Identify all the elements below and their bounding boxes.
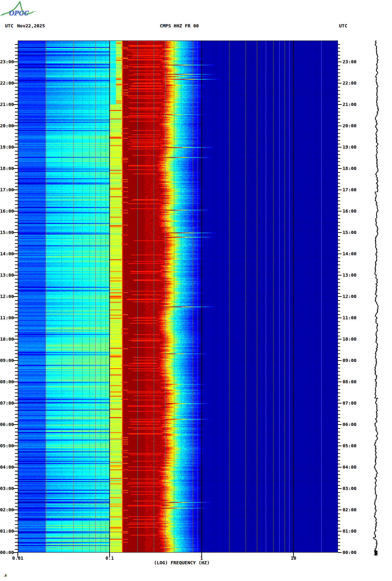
time-tick-left-minor [15, 417, 18, 418]
time-label-right: 04:00 [343, 465, 360, 470]
time-tick-right-minor [338, 485, 340, 486]
time-tick-right-minor [338, 197, 340, 198]
time-tick-right-minor [338, 101, 340, 102]
time-tick-left-minor [15, 432, 18, 432]
time-tick-left-minor [15, 503, 18, 503]
time-tick-right-minor [338, 69, 340, 70]
time-tick-left-minor [15, 55, 18, 55]
time-tick-left-minor [15, 240, 18, 240]
time-tick-right-minor [338, 517, 340, 518]
time-label-left: 08:00 [0, 379, 14, 384]
time-tick-right-minor [338, 496, 340, 496]
time-tick-right-major [338, 211, 341, 212]
time-tick-right-minor [338, 161, 340, 162]
time-tick-right-minor [338, 268, 340, 269]
time-tick-right-minor [338, 286, 340, 287]
time-tick-left-minor [15, 186, 18, 187]
time-tick-right-minor [338, 179, 340, 180]
time-tick-left-minor [15, 90, 18, 91]
time-tick-right-major [338, 62, 341, 62]
time-tick-left-minor [15, 535, 18, 535]
time-tick-right-minor [338, 521, 340, 521]
spectrogram-canvas [18, 41, 338, 553]
time-tick-right-minor [338, 410, 340, 411]
time-tick-right-minor [338, 353, 340, 354]
time-tick-right-minor [338, 282, 340, 283]
time-tick-left-minor [15, 506, 18, 507]
time-tick-right-minor [338, 94, 340, 95]
freq-tick-label: 10 [283, 556, 304, 561]
time-tick-left-minor [15, 464, 18, 464]
time-tick-right-minor [338, 506, 340, 507]
time-label-right: 09:00 [343, 358, 360, 363]
time-tick-left-minor [15, 414, 18, 415]
time-tick-left-minor [15, 428, 18, 429]
time-label-right: 07:00 [343, 401, 360, 406]
time-tick-left-minor [15, 478, 18, 479]
time-tick-right-minor [338, 272, 340, 272]
time-tick-right-minor [338, 158, 340, 159]
time-tick-right-minor [338, 385, 340, 386]
time-tick-left-minor [15, 457, 18, 457]
time-tick-left-minor [15, 492, 18, 493]
time-tick-right-minor [338, 442, 340, 443]
time-tick-left-minor [15, 97, 18, 98]
time-tick-left-minor [15, 407, 18, 407]
time-tick-left-minor [15, 282, 18, 283]
time-tick-left-minor [15, 378, 18, 379]
time-tick-right-major [338, 446, 341, 446]
time-tick-left-minor [15, 69, 18, 70]
time-tick-left-minor [15, 257, 18, 258]
time-tick-right-minor [338, 90, 340, 91]
time-tick-right-minor [338, 378, 340, 379]
time-tick-right-minor [338, 240, 340, 240]
time-label-left: 07:00 [0, 401, 14, 406]
time-tick-left-minor [15, 236, 18, 237]
time-tick-right-minor [338, 396, 340, 397]
time-tick-right-major [338, 403, 341, 404]
time-tick-right-minor [338, 193, 340, 194]
time-tick-left-minor [15, 44, 18, 45]
time-tick-left-minor [15, 471, 18, 471]
spectrogram-page: OPGC UTC Nov22,2025 CMPS HHZ FR 00 UTC 2… [0, 0, 392, 581]
time-tick-left-minor [15, 375, 18, 375]
time-tick-left-minor [15, 528, 18, 528]
time-label-right: 14:00 [343, 251, 360, 256]
time-tick-right-minor [338, 119, 340, 119]
time-label-right: 19:00 [343, 145, 360, 150]
time-tick-right-minor [338, 545, 340, 546]
time-tick-left-minor [15, 549, 18, 550]
time-tick-right-minor [338, 407, 340, 407]
time-tick-right-major [338, 488, 341, 489]
time-tick-right-minor [338, 129, 340, 130]
time-tick-right-minor [338, 236, 340, 237]
time-tick-left-minor [15, 247, 18, 247]
time-tick-left-minor [15, 151, 18, 151]
time-tick-left-minor [15, 183, 18, 183]
time-tick-left-minor [15, 400, 18, 400]
time-tick-right-minor [338, 371, 340, 372]
time-tick-left-minor [15, 119, 18, 119]
time-tick-right-major [338, 339, 341, 340]
time-label-left: 09:00 [0, 358, 14, 363]
time-tick-left-minor [15, 442, 18, 443]
time-tick-left-minor [15, 208, 18, 208]
time-tick-left-minor [15, 94, 18, 95]
time-tick-left-minor [15, 513, 18, 514]
time-tick-right-minor [338, 439, 340, 439]
time-tick-left-minor [15, 538, 18, 539]
time-tick-right-minor [338, 183, 340, 183]
time-tick-right-minor [338, 336, 340, 336]
time-tick-right-minor [338, 201, 340, 201]
time-tick-right-minor [338, 229, 340, 230]
time-tick-right-minor [338, 346, 340, 347]
time-tick-left-minor [15, 73, 18, 73]
time-tick-right-minor [338, 186, 340, 187]
time-tick-left-minor [15, 222, 18, 223]
time-tick-right-minor [338, 243, 340, 244]
time-label-right: 18:00 [343, 166, 360, 171]
time-tick-left-minor [15, 545, 18, 546]
time-tick-right-major [338, 552, 341, 553]
time-tick-left-minor [15, 304, 18, 304]
time-tick-left-minor [15, 353, 18, 354]
